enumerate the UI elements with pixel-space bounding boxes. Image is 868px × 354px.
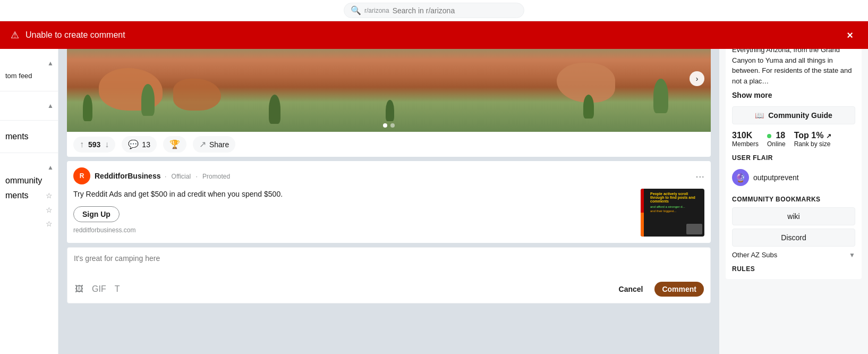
comment-box: 🖼 GIF T Cancel Comment xyxy=(67,247,711,304)
ad-description: Try Reddit Ads and get $500 in ad credit… xyxy=(73,189,634,200)
ad-thumb-text-2: and afford a stronger d... xyxy=(650,205,701,208)
comment-tools: 🖼 GIF T xyxy=(74,283,121,295)
ad-url: redditforbusiness.com xyxy=(73,226,634,234)
discord-bookmark-button[interactable]: Discord xyxy=(732,229,855,247)
signup-button[interactable]: Sign Up xyxy=(73,206,120,222)
image-tool-button[interactable]: 🖼 xyxy=(74,283,84,295)
members-label: Members xyxy=(732,140,759,148)
chevron-up-3-icon[interactable]: ▲ xyxy=(0,162,58,173)
sidebar-ments[interactable]: ments ☆ xyxy=(0,188,58,203)
ad-thumbnail: People actively scroll through to find p… xyxy=(641,189,704,237)
award-button[interactable]: 🏆 xyxy=(163,136,186,153)
ad-text-area: Try Reddit Ads and get $500 in ad credit… xyxy=(73,189,634,234)
text-format-button[interactable]: T xyxy=(114,283,121,295)
online-label: Online xyxy=(767,140,786,148)
search-input[interactable] xyxy=(393,6,517,15)
members-value: 310K xyxy=(732,131,759,140)
stats-row: 310K Members 18 Online Top 1% ↗ Rank by … xyxy=(732,131,855,148)
ad-thumb-text-3: and their biggest... xyxy=(650,209,701,213)
ad-header: R RedditforBusiness · Official · Promote… xyxy=(73,167,704,184)
wiki-bookmark-button[interactable]: wiki xyxy=(732,207,855,225)
other-subs-row: Other AZ Subs ▼ xyxy=(732,251,855,259)
stat-online: 18 Online xyxy=(767,131,786,148)
search-icon: 🔍 xyxy=(351,5,361,15)
show-more-button[interactable]: Show more xyxy=(732,91,772,99)
sidebar-community-text: ommunity xyxy=(5,176,42,186)
separator-dot-2: · xyxy=(195,173,197,180)
share-label: Share xyxy=(209,140,229,149)
ad-author: R RedditforBusiness · Official · Promote… xyxy=(73,167,232,184)
comment-icon: 💬 xyxy=(128,139,139,149)
error-message: Unable to create comment xyxy=(25,30,843,40)
right-sidebar: State of Arizona Everything Arizona, fro… xyxy=(719,21,868,354)
flair-item: 🔮 outputprevent xyxy=(732,166,855,189)
comment-toolbar: 🖼 GIF T Cancel Comment xyxy=(74,282,704,297)
dot-1[interactable] xyxy=(383,123,387,128)
sidebar-ments-label: ments xyxy=(5,191,29,200)
star-icon-1: ☆ xyxy=(46,191,53,200)
online-value: 18 xyxy=(767,131,786,140)
user-flair-header: USER FLAIR xyxy=(732,154,855,162)
book-icon: 📖 xyxy=(755,111,764,120)
more-options-button[interactable]: ··· xyxy=(695,170,704,182)
ad-meta: · Official · Promoted xyxy=(163,173,232,180)
sidebar-community-label: ments xyxy=(5,132,29,141)
online-indicator xyxy=(767,134,771,138)
chevron-up-icon[interactable]: ▲ xyxy=(0,57,58,69)
ad-thumb-text-1: People actively scroll through to find p… xyxy=(650,192,701,203)
comment-button[interactable]: 💬 13 xyxy=(122,136,157,153)
comment-action-buttons: Cancel Comment xyxy=(611,282,704,297)
star-icon-3: ☆ xyxy=(46,220,53,228)
sidebar-section-2: ▲ xyxy=(0,96,58,116)
ad-official-badge: Official xyxy=(172,173,191,180)
flair-avatar: 🔮 xyxy=(732,169,749,186)
star-icon-2: ☆ xyxy=(46,206,53,214)
cancel-comment-button[interactable]: Cancel xyxy=(611,282,651,297)
sidebar-section-3: ▲ ommunity ments ☆ ☆ ☆ xyxy=(0,157,58,235)
sidebar-fav-3[interactable]: ☆ xyxy=(0,217,58,231)
subreddit-label: r/arizona xyxy=(364,7,389,14)
main-content: › ↑ 593 ↓ 💬 13 🏆 ↗ Share xyxy=(58,21,719,354)
downvote-button[interactable]: ↓ xyxy=(104,139,110,150)
separator-dot: · xyxy=(165,173,166,180)
post-actions: ↑ 593 ↓ 💬 13 🏆 ↗ Share xyxy=(67,132,711,157)
gif-tool-button[interactable]: GIF xyxy=(91,283,107,295)
flair-name: outputprevent xyxy=(753,173,799,182)
sidebar-section-custom: ▲ tom feed xyxy=(0,53,58,87)
ad-author-name[interactable]: RedditforBusiness xyxy=(95,172,160,180)
community-card: State of Arizona Everything Arizona, fro… xyxy=(726,26,862,279)
share-button[interactable]: ↗ Share xyxy=(193,136,235,153)
bookmarks-header: COMMUNITY BOOKMARKS xyxy=(732,196,855,203)
comment-count: 13 xyxy=(142,140,150,149)
next-slide-button[interactable]: › xyxy=(690,71,704,86)
rank-value: Top 1% ↗ xyxy=(794,131,831,140)
vote-count: 593 xyxy=(88,140,100,149)
close-banner-button[interactable]: × xyxy=(843,27,857,44)
rules-header: RULES xyxy=(732,265,855,273)
stat-rank: Top 1% ↗ Rank by size xyxy=(794,131,831,148)
sidebar-fav-2[interactable]: ☆ xyxy=(0,203,58,217)
ad-thumb-image xyxy=(686,224,702,234)
share-icon: ↗ xyxy=(199,139,206,149)
chevron-up-2-icon[interactable]: ▲ xyxy=(0,100,58,112)
warning-icon: ⚠ xyxy=(11,29,19,41)
sidebar-community[interactable]: ommunity xyxy=(0,173,58,188)
sidebar-item-community[interactable]: ments xyxy=(0,129,58,144)
error-banner: ⚠ Unable to create comment × xyxy=(0,21,868,49)
vote-area: ↑ 593 ↓ xyxy=(73,137,115,153)
ad-post: R RedditforBusiness · Official · Promote… xyxy=(67,161,711,243)
dot-2[interactable] xyxy=(390,123,395,128)
upvote-button[interactable]: ↑ xyxy=(79,139,85,150)
sidebar-section-community: ments xyxy=(0,125,58,148)
sidebar-custom-feed[interactable]: tom feed xyxy=(0,69,58,82)
chevron-down-icon: ▼ xyxy=(849,251,855,259)
other-subs-label: Other AZ Subs xyxy=(732,251,777,259)
guide-label: Community Guide xyxy=(768,111,832,120)
left-sidebar: ▲ tom feed ▲ ments ▲ ommunity ments ☆ ☆ xyxy=(0,21,58,354)
search-bar[interactable]: 🔍 r/arizona xyxy=(344,3,524,18)
submit-comment-button[interactable]: Comment xyxy=(654,282,704,297)
award-icon: 🏆 xyxy=(169,139,180,149)
comment-input[interactable] xyxy=(74,254,704,275)
slide-dots xyxy=(383,123,395,128)
community-guide-button[interactable]: 📖 Community Guide xyxy=(732,106,855,124)
